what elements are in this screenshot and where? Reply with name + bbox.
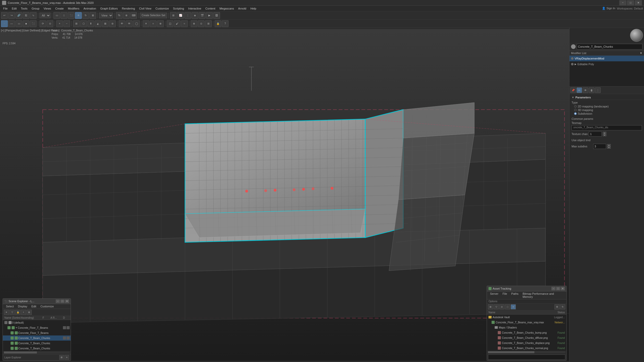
redo-button[interactable]: ↪ xyxy=(8,12,15,19)
at-tb-settings[interactable]: ⚙ xyxy=(555,304,560,309)
unlink-button[interactable]: ⛓ xyxy=(23,12,29,19)
grow-button[interactable]: + xyxy=(56,20,63,27)
se-close-button[interactable]: ✕ xyxy=(65,299,69,303)
at-path-input[interactable] xyxy=(488,355,565,360)
minimize-button[interactable]: − xyxy=(619,0,626,5)
radio-subdivision[interactable]: Subdivision xyxy=(574,112,642,115)
loop-button[interactable]: ⟳ xyxy=(39,20,46,27)
keyboard-shortcut-button[interactable]: ⌨ xyxy=(130,12,137,19)
modifier-eye-icon[interactable] xyxy=(571,57,574,60)
modifier-editable-poly[interactable]: ▶ Editable Poly xyxy=(569,61,644,67)
menu-help[interactable]: Help xyxy=(248,6,258,11)
texture-chan-up[interactable]: ▲ xyxy=(603,132,606,134)
radio-subdivision-circle[interactable] xyxy=(574,112,577,115)
ring-button[interactable]: ⊙ xyxy=(47,20,53,27)
modifier-options-button[interactable]: ⋮ xyxy=(595,87,601,93)
max-subdivs-input[interactable] xyxy=(593,144,606,149)
se-menu-display[interactable]: Display xyxy=(16,304,29,309)
menu-content[interactable]: Content xyxy=(203,6,217,11)
polygon-button[interactable]: ■ xyxy=(23,20,29,27)
menu-interactive[interactable]: Interactive xyxy=(186,6,203,11)
hide-unsel-button[interactable]: ◯ xyxy=(133,20,140,27)
object-name-input[interactable] xyxy=(577,44,642,49)
selection-center-button[interactable]: ⊙ xyxy=(198,20,205,27)
se-row-chunks-2[interactable]: Concrete_T_Beam_Chunks xyxy=(3,341,71,346)
relax-button[interactable]: ≈ xyxy=(181,20,188,27)
connect-button[interactable]: ⊞ xyxy=(73,20,80,27)
help-button[interactable]: ? xyxy=(222,20,229,27)
menu-customize[interactable]: Customize xyxy=(153,6,171,11)
render-button[interactable]: 🖼 xyxy=(213,12,220,19)
modifier-eye-icon-2[interactable] xyxy=(571,63,574,65)
reference-button[interactable]: ⊕ xyxy=(123,12,130,19)
at-tb-btn-5[interactable]: ≡ xyxy=(511,304,516,309)
select-region-button[interactable]: □ xyxy=(61,12,67,19)
radio-2d-circle[interactable] xyxy=(574,105,577,108)
texture-chan-down[interactable]: ▼ xyxy=(603,134,606,136)
menu-views[interactable]: Views xyxy=(42,6,53,11)
menu-arnold[interactable]: Arnold xyxy=(236,6,248,11)
se-row-floor-group[interactable]: ▼ Concrete_Floor_T_Beams xyxy=(3,325,71,330)
se-menu-edit[interactable]: Edit xyxy=(29,304,38,309)
at-row-maps-folder[interactable]: Maps / Shaders xyxy=(487,325,566,330)
menu-file[interactable]: File xyxy=(1,6,10,11)
curve-editor-button[interactable]: 📈 xyxy=(177,12,184,19)
max-subdivs-spinner[interactable]: ▲ ▼ xyxy=(607,144,611,149)
se-close-x-button[interactable]: ✕ xyxy=(4,310,9,315)
remove-button[interactable]: ✕ xyxy=(143,20,149,27)
select-open-button[interactable]: ◫ xyxy=(167,20,173,27)
target-weld-button[interactable]: ⊕ xyxy=(157,20,164,27)
at-tb-btn-4[interactable]: □ xyxy=(505,304,510,309)
at-options[interactable]: Options xyxy=(487,299,566,304)
se-row-chunks-1[interactable]: Concrete_T_Beam_Chunks xyxy=(3,335,71,341)
weld-button[interactable]: ⊚ xyxy=(109,20,116,27)
bridge-button[interactable]: ⊠ xyxy=(102,20,109,27)
at-menu-paths[interactable]: Paths xyxy=(509,291,520,299)
display-props-button[interactable]: 👁 xyxy=(583,87,588,93)
menu-scripting[interactable]: Scripting xyxy=(171,6,186,11)
se-menu-select[interactable]: Select xyxy=(4,304,16,309)
se-bottom-icon-1[interactable]: ⊞ xyxy=(59,355,64,360)
se-eye-chunks-2[interactable] xyxy=(11,342,14,345)
se-minimize-button[interactable]: − xyxy=(56,299,60,303)
scene-explorer-tree[interactable]: 0 (default) ▼ Concrete_Floor_T_Beams Con… xyxy=(3,320,71,351)
max-subdivs-up[interactable]: ▲ xyxy=(607,144,611,146)
hide-button[interactable]: 👁 xyxy=(119,20,125,27)
move-button[interactable]: ✛ xyxy=(75,12,82,19)
at-tb-refresh[interactable]: ↻ xyxy=(560,304,565,309)
menu-group[interactable]: Group xyxy=(29,6,42,11)
at-scrollbar[interactable] xyxy=(488,351,565,353)
at-tb-btn-1[interactable]: ⊞ xyxy=(488,304,493,309)
se-row-default-layer[interactable]: 0 (default) xyxy=(3,320,71,325)
menu-modifiers[interactable]: Modifiers xyxy=(66,6,81,11)
modifier-vray-displacement[interactable]: VRayDisplacementMod xyxy=(569,56,644,61)
at-menu-file[interactable]: File xyxy=(500,291,509,299)
at-tb-btn-2[interactable]: ▽ xyxy=(494,304,499,309)
element-button[interactable]: ⬛ xyxy=(30,20,37,27)
named-sel-button[interactable]: ⊞ xyxy=(170,12,177,19)
select-region-options-button[interactable]: ⬛ xyxy=(68,12,75,19)
object-color-swatch[interactable] xyxy=(571,44,576,49)
menu-rendering[interactable]: Rendering xyxy=(120,6,137,11)
modifier-list[interactable]: VRayDisplacementMod ▶ Editable Poly xyxy=(569,56,644,87)
at-maximize-button[interactable]: □ xyxy=(556,287,560,290)
se-bottom-icon-2[interactable]: ≡ xyxy=(64,355,69,360)
at-row-diffuse[interactable]: Concrete_T_Beam_Chunks_diffuse.png Found xyxy=(487,335,566,340)
texture-chan-input[interactable] xyxy=(589,131,602,137)
menu-edit[interactable]: Edit xyxy=(10,6,19,11)
select-object-button[interactable]: ▭ xyxy=(53,12,60,19)
menu-graph-editors[interactable]: Graph Editors xyxy=(98,6,120,11)
unhide-button[interactable]: 👁 xyxy=(126,20,133,27)
texture-chan-spinner[interactable]: ▲ ▼ xyxy=(603,132,606,136)
at-row-max-file[interactable]: Concrete_Floor_T_Beams_max_vray.max Netw… xyxy=(487,320,566,325)
undo-button[interactable]: ↩ xyxy=(1,12,8,19)
viewport[interactable]: [+] [Perspective] [User Defined] [Edged … xyxy=(0,28,569,362)
chamfer-button[interactable]: ⬡ xyxy=(80,20,87,27)
menu-megascans[interactable]: Megascans xyxy=(217,6,236,11)
delete-modifier-button[interactable]: 🗑 xyxy=(589,87,594,93)
view-dropdown[interactable]: View xyxy=(99,13,113,18)
at-row-normal[interactable]: Concrete_T_Beam_Chunks_normal.png Found xyxy=(487,346,566,351)
shrink-button[interactable]: − xyxy=(63,20,70,27)
menu-civil-view[interactable]: Civil View xyxy=(137,6,153,11)
rotate-button[interactable]: ↻ xyxy=(82,12,89,19)
